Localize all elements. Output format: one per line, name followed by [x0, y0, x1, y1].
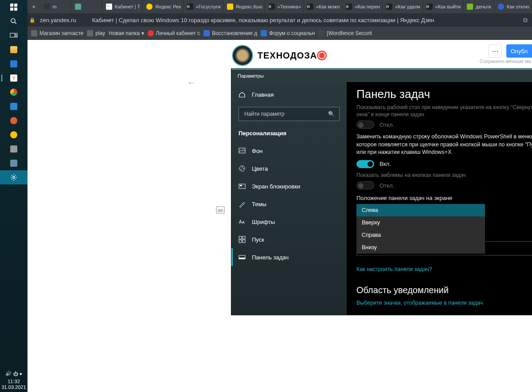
target-icon	[317, 51, 327, 60]
nav-fonts[interactable]: Aᴀ Шрифты	[231, 213, 347, 231]
nav-section-label: Персонализация	[231, 125, 347, 142]
tab-8[interactable]: я«Как перен	[342, 0, 383, 13]
position-label: Положение панели задач на экране	[356, 195, 532, 201]
pinned-yandex[interactable]: Y	[0, 71, 27, 85]
peek-toggle[interactable]	[356, 121, 374, 129]
tab-1[interactable]	[71, 0, 102, 13]
tab-strip: + m ✦Кабинет | Т Яндекс Рек я«Госуслуги …	[27, 0, 532, 13]
url-field[interactable]: zen.yandex.ru	[40, 17, 76, 24]
pinned-paint[interactable]	[0, 114, 27, 128]
tab-4[interactable]: я«Госуслуги	[184, 0, 223, 13]
pinned-app-yellow[interactable]	[0, 128, 27, 142]
browser-window: + m ✦Кабинет | Т Яндекс Рек я«Госуслуги …	[27, 0, 532, 392]
tab-3[interactable]: Яндекс Рек	[143, 0, 184, 13]
pinned-calc[interactable]	[0, 99, 27, 114]
pinned-settings[interactable]	[0, 170, 27, 184]
svg-rect-19	[243, 236, 245, 239]
clock-time: 11:32	[1, 379, 26, 384]
svg-point-14	[241, 169, 242, 170]
svg-rect-3	[14, 8, 17, 11]
svg-rect-8	[16, 36, 17, 37]
pinned-app-gray[interactable]	[0, 142, 27, 156]
search-input[interactable]	[243, 110, 328, 118]
lock-icon: 🔒	[29, 17, 35, 23]
start-button[interactable]	[0, 0, 27, 14]
tab-7[interactable]: я«Как можн	[304, 0, 342, 13]
tab-0[interactable]: m	[40, 0, 71, 13]
publish-button[interactable]: Опубл	[506, 44, 532, 58]
bookmark-1[interactable]: play	[87, 30, 105, 36]
svg-rect-20	[239, 240, 242, 243]
pinned-app-blue[interactable]	[0, 57, 27, 71]
badges-toggle-label: Откл.	[379, 182, 394, 189]
bookmark-3[interactable]: Личный кабинет с	[148, 30, 200, 36]
tab-9[interactable]: я«Как удали	[383, 0, 423, 13]
address-bar: 🔒 zen.yandex.ru Кабинет | Сделал свою Wi…	[27, 13, 532, 27]
tab-10[interactable]: я«Как выйти	[423, 0, 463, 13]
svg-line-5	[15, 22, 16, 24]
badges-toggle[interactable]	[356, 181, 374, 189]
taskview-button[interactable]	[0, 28, 27, 43]
content-heading: Панель задач	[356, 87, 532, 101]
bookmark-6[interactable]: [Wordfence Securit	[318, 30, 372, 36]
channel-avatar[interactable]	[233, 46, 252, 65]
bookmark-2[interactable]: Новая папка ▾	[109, 30, 144, 36]
pinned-explorer[interactable]	[0, 43, 27, 57]
pinned-app-usb[interactable]	[0, 156, 27, 170]
peek-toggle-label: Откл.	[379, 122, 394, 128]
dd-bottom[interactable]: Внизу	[356, 241, 485, 254]
more-button[interactable]: ···	[489, 44, 502, 58]
howto-link[interactable]: Как настроить панели задач?	[356, 266, 432, 272]
dd-top[interactable]: Вверху	[356, 216, 485, 229]
dd-right[interactable]: Справа	[356, 229, 485, 241]
nav-start[interactable]: Пуск	[231, 231, 347, 248]
tab-12[interactable]: Как отклю	[494, 0, 532, 13]
settings-content: Панель задач Показывать рабочий стол при…	[347, 82, 532, 315]
image-placeholder-icon[interactable]	[216, 206, 225, 214]
svg-rect-18	[239, 236, 242, 239]
svg-rect-21	[243, 240, 245, 243]
bookmark-4[interactable]: Восстановление д	[203, 30, 257, 36]
panel-toggle-icon[interactable]: ⧉	[523, 16, 528, 24]
nav-background[interactable]: Фон	[231, 142, 347, 160]
tab-6[interactable]: я«Техника»	[265, 0, 304, 13]
svg-rect-2	[10, 8, 13, 11]
powershell-toggle[interactable]	[356, 160, 374, 168]
taskbar-clock[interactable]: 11:32 31.03.2021	[1, 379, 26, 392]
svg-point-4	[11, 19, 15, 23]
powershell-description: Заменить командную строку оболочкой Wind…	[356, 133, 532, 157]
search-button[interactable]	[0, 14, 27, 28]
tab-5[interactable]: Яндекс.Кью	[223, 0, 265, 13]
powershell-toggle-label: Вкл.	[379, 161, 391, 167]
clock-date: 31.03.2021	[1, 384, 26, 390]
bookmark-0[interactable]: Магазин запчасте	[31, 30, 83, 36]
systray[interactable]: 🔊⏻▸	[0, 369, 27, 379]
newtab-button[interactable]: +	[27, 0, 40, 13]
nav-taskbar[interactable]: Панель задач	[231, 248, 347, 266]
nav-home[interactable]: Главная	[231, 86, 347, 103]
zen-page: ТЕХНОДОЗА ··· Опубл Сохранено меньше ми …	[27, 40, 532, 392]
notification-area-heading: Область уведомлений	[356, 285, 532, 295]
nav-themes[interactable]: Темы	[231, 195, 347, 213]
pinned-chrome[interactable]	[0, 85, 27, 99]
badges-description: Показать эмблемы на кнопках панели задач	[356, 172, 532, 179]
bookmark-5[interactable]: Форум о социальн	[261, 30, 315, 36]
settings-window-title: Параметры	[231, 70, 532, 82]
svg-rect-23	[239, 258, 245, 259]
nav-colors[interactable]: Цвета	[231, 160, 347, 177]
bookmarks-bar: Магазин запчасте play Новая папка ▾ Личн…	[27, 27, 532, 40]
choose-icons-link[interactable]: Выберите значки, отображаемые в панели з…	[356, 300, 483, 306]
zen-header: ТЕХНОДОЗА ··· Опубл Сохранено меньше ми	[27, 40, 532, 71]
dd-left[interactable]: Слева	[356, 204, 485, 216]
nav-home-label: Главная	[252, 91, 274, 98]
back-arrow-icon[interactable]: ←	[187, 78, 196, 88]
settings-search[interactable]: 🔍	[239, 107, 340, 121]
tab-2[interactable]: ✦Кабинет | Т	[102, 0, 143, 13]
svg-point-13	[243, 168, 244, 169]
tab-11[interactable]: деньги	[463, 0, 494, 13]
settings-window: Параметры — Главная 🔍 Персонализация	[231, 69, 532, 315]
nav-lockscreen[interactable]: Экран блокировки	[231, 177, 347, 195]
svg-rect-16	[240, 185, 242, 186]
page-title: Кабинет | Сделал свою Windows 10 гораздо…	[92, 17, 520, 24]
save-status: Сохранено меньше ми	[480, 59, 532, 64]
